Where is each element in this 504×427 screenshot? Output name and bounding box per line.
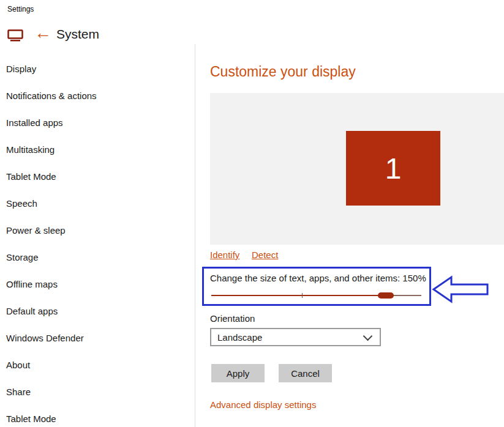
annotation-arrow-icon [432,275,489,306]
sidebar-item-share[interactable]: Share [0,378,195,405]
scaling-slider-track[interactable] [211,295,385,296]
orientation-dropdown[interactable]: Landscape [210,328,381,346]
sidebar: Display Notifications & actions Installe… [0,55,195,427]
advanced-display-settings-link[interactable]: Advanced display settings [210,399,316,410]
page-heading: Customize your display [210,64,356,80]
sidebar-divider [195,44,195,427]
sidebar-item-notifications[interactable]: Notifications & actions [0,82,195,109]
sidebar-item-display[interactable]: Display [0,55,195,82]
page-title: System [56,27,99,42]
orientation-value: Landscape [211,332,364,343]
sidebar-item-tablet-mode[interactable]: Tablet Mode [0,163,195,190]
apply-button[interactable]: Apply [211,364,265,382]
sidebar-item-windows-defender[interactable]: Windows Defender [0,324,195,351]
sidebar-item-about[interactable]: About [0,351,195,378]
cancel-button[interactable]: Cancel [279,364,332,382]
settings-window: Settings ← System Display Notifications … [0,0,504,427]
sidebar-item-multitasking[interactable]: Multitasking [0,136,195,163]
sidebar-item-default-apps[interactable]: Default apps [0,297,195,324]
identify-link[interactable]: Identify [210,250,239,260]
scaling-slider-tick [302,293,303,298]
sidebar-item-tablet-mode-2[interactable]: Tablet Mode [0,405,195,427]
scaling-slider-thumb[interactable] [378,292,394,299]
window-title: Settings [7,5,34,13]
sidebar-item-power-sleep[interactable]: Power & sleep [0,217,195,243]
orientation-label: Orientation [210,313,255,324]
detect-link[interactable]: Detect [252,250,278,260]
chevron-down-icon [363,331,373,341]
sidebar-item-installed-apps[interactable]: Installed apps [0,109,195,136]
scaling-label: Change the size of text, apps, and other… [210,273,426,283]
monitor-preview[interactable]: 1 [346,131,440,206]
sidebar-item-offline-maps[interactable]: Offline maps [0,270,195,297]
sidebar-item-storage[interactable]: Storage [0,243,195,270]
sidebar-item-speech[interactable]: Speech [0,190,195,217]
monitor-number: 1 [385,152,402,185]
monitor-icon [7,29,23,44]
back-arrow-icon[interactable]: ← [34,24,51,42]
display-preview-panel: 1 [210,93,504,245]
